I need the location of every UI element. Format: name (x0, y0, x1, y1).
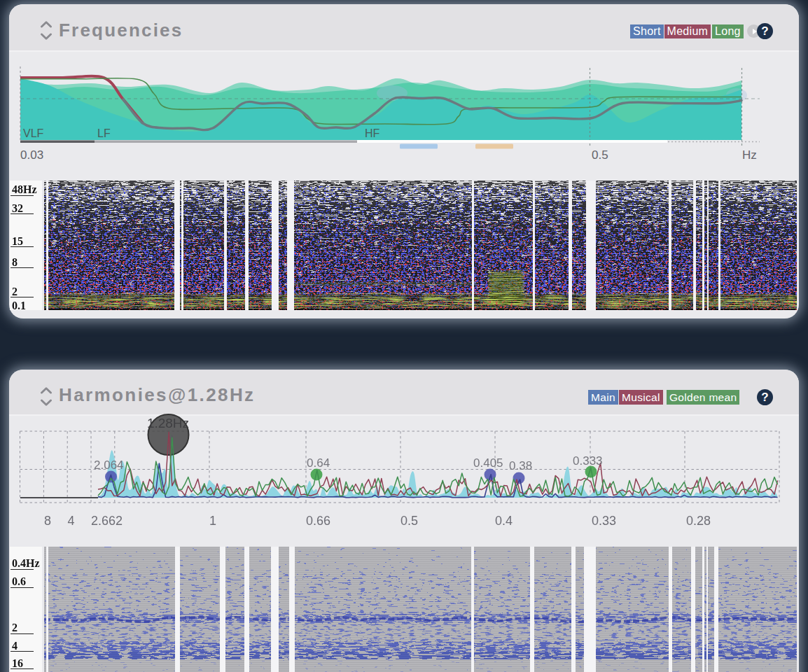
svg-text:2.064: 2.064 (94, 458, 124, 472)
svg-text:2.662: 2.662 (91, 514, 123, 528)
svg-text:0.405: 0.405 (473, 456, 503, 470)
svg-text:0.38: 0.38 (509, 459, 532, 472)
svg-text:0.5: 0.5 (400, 514, 418, 528)
svg-text:1.28Hz: 1.28Hz (147, 416, 189, 430)
svg-text:0.33: 0.33 (592, 514, 616, 528)
svg-text:0.4: 0.4 (495, 514, 513, 528)
svg-text:0.28: 0.28 (686, 514, 711, 528)
svg-text:0.66: 0.66 (306, 514, 330, 528)
svg-text:0.64: 0.64 (307, 456, 330, 470)
svg-text:1: 1 (209, 514, 216, 528)
svg-text:4: 4 (68, 514, 75, 528)
svg-text:8: 8 (44, 514, 51, 528)
svg-text:0.333: 0.333 (573, 454, 603, 468)
